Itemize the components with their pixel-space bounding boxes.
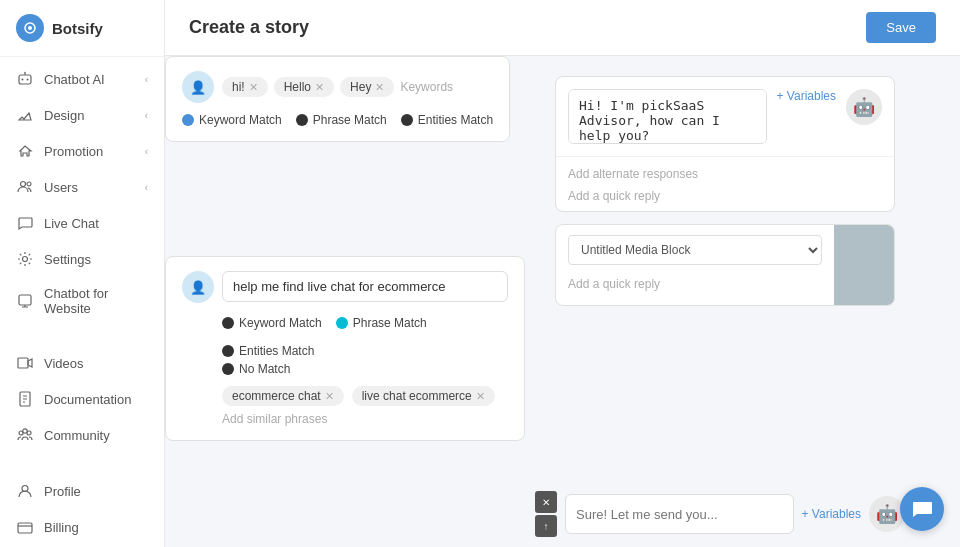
keyword-match-dot-2 <box>222 317 234 329</box>
chevron-icon: ‹ <box>145 110 148 121</box>
add-quick-reply-link[interactable]: Add a quick reply <box>568 185 882 207</box>
tag-hey-remove[interactable]: ✕ <box>375 81 384 94</box>
sidebar-item-users[interactable]: Users ‹ <box>0 169 164 205</box>
ctrl-down-button[interactable]: ↑ <box>535 515 557 537</box>
variables-button[interactable]: + Variables <box>777 89 836 103</box>
sidebar-item-chatbot-website[interactable]: Chatbot for Website <box>0 277 164 325</box>
chevron-icon: ‹ <box>145 182 148 193</box>
chevron-icon: ‹ <box>145 74 148 85</box>
add-phrases-link[interactable]: Add similar phrases <box>222 412 508 426</box>
sidebar-item-billing[interactable]: Billing <box>0 509 164 545</box>
media-block-card: Untitled Media Block Add a quick reply <box>555 224 895 306</box>
keyword-match-label: Keyword Match <box>199 113 282 127</box>
chatbot-ai-icon <box>16 70 34 88</box>
live-chat-icon <box>16 214 34 232</box>
bot-avatar: 🤖 <box>846 89 882 125</box>
user-avatar: 👤 <box>182 71 214 103</box>
svg-point-6 <box>21 182 26 187</box>
save-button[interactable]: Save <box>866 12 936 43</box>
phrase-remove[interactable]: ✕ <box>325 390 334 403</box>
response-textarea[interactable]: Hi! I'm pickSaaS Advisor, how can I help… <box>568 89 767 144</box>
tag-hi: hi! ✕ <box>222 77 268 97</box>
tag-hi-remove[interactable]: ✕ <box>249 81 258 94</box>
svg-point-3 <box>22 79 24 81</box>
videos-icon <box>16 354 34 372</box>
phrase-match-label-2: Phrase Match <box>353 316 427 330</box>
documentation-icon <box>16 390 34 408</box>
response-card-1: Hi! I'm pickSaaS Advisor, how can I help… <box>555 76 895 212</box>
svg-rect-10 <box>18 358 28 368</box>
tag-hey-text: Hey <box>350 80 371 94</box>
second-trigger-area: 👤 Keyword Match Phrase Match <box>165 256 525 441</box>
entities-match-dot <box>401 114 413 126</box>
entities-match-option-2[interactable]: Entities Match <box>222 344 314 358</box>
user-avatar-icon-2: 👤 <box>190 280 206 295</box>
sidebar-item-videos[interactable]: Videos <box>0 345 164 381</box>
ctrl-up-button[interactable]: ✕ <box>535 491 557 513</box>
keyword-match-option-2[interactable]: Keyword Match <box>222 316 322 330</box>
response-area: Hi! I'm pickSaaS Advisor, how can I help… <box>555 76 895 318</box>
no-match-dot <box>222 363 234 375</box>
alternate-responses-section: Add alternate responses Add a quick repl… <box>556 156 894 211</box>
svg-rect-16 <box>18 523 32 533</box>
phrase-ecommerce-chat: ecommerce chat ✕ <box>222 386 344 406</box>
logo: Botsify <box>0 0 164 57</box>
sidebar-item-design[interactable]: Design ‹ <box>0 97 164 133</box>
entities-match-dot-2 <box>222 345 234 357</box>
bottom-controls: ✕ ↑ <box>535 491 557 537</box>
sidebar-item-label: Documentation <box>44 392 148 407</box>
sidebar-item-settings[interactable]: Settings <box>0 241 164 277</box>
tag-hello-remove[interactable]: ✕ <box>315 81 324 94</box>
bottom-response-area: ✕ ↑ + Variables 🤖 <box>535 491 905 537</box>
logo-text: Botsify <box>52 20 103 37</box>
svg-point-14 <box>23 429 27 433</box>
user-input-field[interactable] <box>222 271 508 302</box>
phrase-match-option-2[interactable]: Phrase Match <box>336 316 427 330</box>
keyword-match-option[interactable]: Keyword Match <box>182 113 282 127</box>
add-alternate-link[interactable]: Add alternate responses <box>568 163 882 185</box>
chatbot-website-icon <box>16 292 34 310</box>
design-icon <box>16 106 34 124</box>
first-trigger-card: 👤 hi! ✕ Hello ✕ Hey ✕ Keywords <box>165 56 510 142</box>
phrase-text-2: live chat ecommerce <box>362 389 472 403</box>
no-match-option[interactable]: No Match <box>222 362 508 376</box>
logo-icon <box>16 14 44 42</box>
user-avatar-2: 👤 <box>182 271 214 303</box>
svg-point-5 <box>24 72 26 74</box>
svg-point-7 <box>27 182 31 186</box>
phrase-text: ecommerce chat <box>232 389 321 403</box>
sidebar-item-community[interactable]: Community <box>0 417 164 453</box>
match-options: Keyword Match Phrase Match Entities Matc… <box>182 113 493 127</box>
media-block-select[interactable]: Untitled Media Block <box>568 235 822 265</box>
topbar: Create a story Save <box>165 0 960 56</box>
bottom-variables-button[interactable]: + Variables <box>802 507 861 521</box>
phrase-live-chat-ecommerce: live chat ecommerce ✕ <box>352 386 495 406</box>
promotion-icon <box>16 142 34 160</box>
sidebar-item-documentation[interactable]: Documentation <box>0 381 164 417</box>
keyword-match-dot <box>182 114 194 126</box>
sidebar-item-label: Chatbot for Website <box>44 286 148 316</box>
media-block-left: Untitled Media Block Add a quick reply <box>556 225 834 305</box>
sidebar-item-label: Profile <box>44 484 148 499</box>
tag-pills: hi! ✕ Hello ✕ Hey ✕ Keywords <box>222 77 453 97</box>
sidebar-item-profile[interactable]: Profile <box>0 473 164 509</box>
bottom-response-input[interactable] <box>565 494 794 534</box>
media-quick-reply-link[interactable]: Add a quick reply <box>568 273 822 295</box>
sidebar-main-section: Chatbot AI ‹ Design ‹ Promotion ‹ Users … <box>0 57 164 329</box>
svg-point-1 <box>28 26 32 30</box>
phrase-match-option[interactable]: Phrase Match <box>296 113 387 127</box>
main-content: Create a story Save 👤 hi! ✕ Hello ✕ <box>165 0 960 547</box>
tag-hi-text: hi! <box>232 80 245 94</box>
sidebar-item-promotion[interactable]: Promotion ‹ <box>0 133 164 169</box>
entities-match-option[interactable]: Entities Match <box>401 113 493 127</box>
entities-match-label: Entities Match <box>418 113 493 127</box>
keyword-match-label-2: Keyword Match <box>239 316 322 330</box>
phrase-remove-2[interactable]: ✕ <box>476 390 485 403</box>
sidebar-item-label: Community <box>44 428 148 443</box>
sidebar-item-live-chat[interactable]: Live Chat <box>0 205 164 241</box>
page-title: Create a story <box>189 17 309 38</box>
sidebar-bottom-section: Profile Billing Logout <box>0 469 164 547</box>
sidebar-item-chatbot-ai[interactable]: Chatbot AI ‹ <box>0 61 164 97</box>
chat-bubble-button[interactable] <box>900 487 944 531</box>
sidebar-item-label: Users <box>44 180 135 195</box>
